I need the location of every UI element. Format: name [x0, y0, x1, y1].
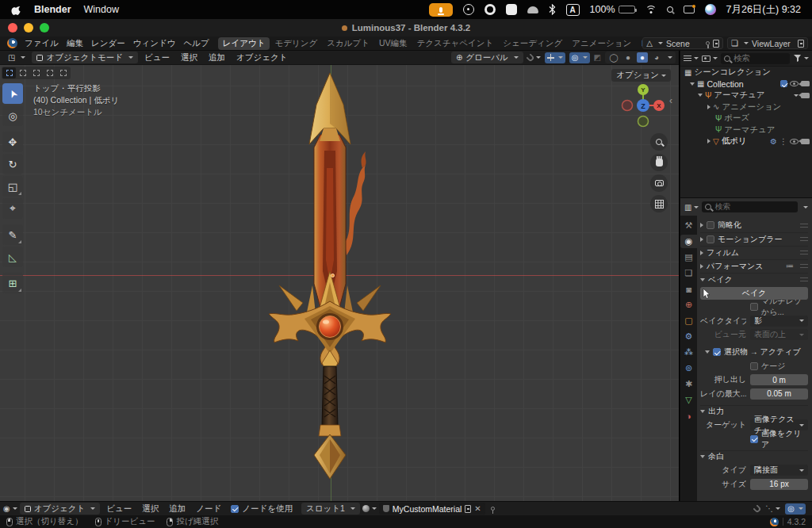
- shader-menu-add[interactable]: 追加: [165, 503, 190, 515]
- minimize-window-button[interactable]: [24, 23, 33, 33]
- menu-edit[interactable]: 編集: [63, 38, 87, 49]
- tab-view-layer[interactable]: ❏: [680, 266, 697, 280]
- new-view-layer-icon[interactable]: [798, 40, 804, 48]
- motion-blur-checkbox[interactable]: [707, 235, 714, 243]
- wifi-icon[interactable]: [645, 6, 657, 14]
- select-mode-intersect[interactable]: [56, 67, 70, 78]
- tool-add-cube[interactable]: ⊞: [2, 273, 23, 293]
- zoom-window-button[interactable]: [40, 23, 49, 33]
- margin-size-field[interactable]: 16 px: [750, 479, 808, 490]
- select-mode-subtract[interactable]: [29, 67, 43, 78]
- shading-solid-button[interactable]: ●: [622, 52, 634, 63]
- fan-status-icon[interactable]: [485, 4, 496, 15]
- tab-scene[interactable]: ◙: [680, 282, 697, 296]
- panel-performance[interactable]: パフォーマンス ≔: [700, 259, 808, 272]
- collapse-icon[interactable]: [707, 105, 710, 109]
- menu-file[interactable]: ファイル: [21, 38, 63, 49]
- tab-rendering[interactable]: レンダリング: [636, 37, 642, 50]
- viewport-menu-view[interactable]: ビュー: [140, 52, 174, 63]
- tab-particles[interactable]: ⁂: [680, 346, 697, 359]
- clear-image-checkbox[interactable]: [750, 435, 758, 443]
- bake-button[interactable]: ベイク: [700, 287, 808, 300]
- shader-menu-select[interactable]: 選択: [138, 503, 163, 515]
- tab-world[interactable]: ⊕: [680, 298, 697, 312]
- fake-user-shield-icon[interactable]: [383, 505, 389, 512]
- tool-measure[interactable]: ◺: [2, 247, 23, 267]
- gizmo-y-neg-axis[interactable]: [638, 117, 649, 127]
- camera-restrict-icon[interactable]: [801, 81, 810, 86]
- selected-to-active-checkbox[interactable]: [713, 348, 721, 356]
- outliner-row-armature-data[interactable]: Ψ アーマチュア: [680, 124, 812, 136]
- camera-restrict-icon[interactable]: [801, 93, 810, 98]
- expand-icon[interactable]: [690, 82, 695, 86]
- outliner-row-lowpoly-mesh[interactable]: ▽ 低ポリ ⚙ ⋮: [680, 136, 812, 147]
- shading-wireframe-button[interactable]: ◯: [608, 52, 619, 63]
- tab-uv-editing[interactable]: UV編集: [374, 37, 412, 50]
- outliner-row-animation[interactable]: ∿ アニメーション: [680, 101, 812, 113]
- camera-restrict-icon[interactable]: [801, 139, 810, 144]
- viewport-menu-select[interactable]: 選択: [176, 52, 202, 63]
- blender-logo-icon[interactable]: [7, 38, 17, 48]
- tab-object-data[interactable]: ▽: [680, 393, 697, 407]
- outliner-row-collection[interactable]: ▦ Collection: [680, 78, 812, 90]
- cage-checkbox[interactable]: [750, 362, 758, 370]
- unlink-close-icon[interactable]: ✕: [474, 504, 481, 513]
- options-button[interactable]: オプション: [611, 69, 671, 82]
- eye-icon[interactable]: [790, 81, 799, 86]
- siri-icon[interactable]: [705, 4, 716, 15]
- camera-view-button[interactable]: [650, 174, 668, 192]
- spotlight-search-icon[interactable]: [667, 6, 673, 13]
- viewport-menu-object[interactable]: オブジェクト: [232, 52, 292, 63]
- outliner-row-scene-collection[interactable]: ▦ シーンコレクション: [680, 67, 812, 78]
- mic-indicator-icon[interactable]: [429, 3, 453, 17]
- input-source-indicator[interactable]: A: [566, 4, 580, 16]
- outliner-row-pose[interactable]: Ψ ポーズ: [680, 113, 812, 124]
- snap-magnet-icon[interactable]: [753, 504, 762, 513]
- chevron-down-icon[interactable]: [803, 206, 808, 209]
- outliner-display-mode-button[interactable]: [684, 55, 699, 62]
- tab-render[interactable]: ◉: [680, 235, 697, 248]
- battery-indicator[interactable]: 100%: [590, 4, 635, 15]
- tab-constraints[interactable]: ✱: [680, 377, 697, 391]
- close-window-button[interactable]: [8, 23, 17, 33]
- tab-shading[interactable]: シェーディング: [498, 37, 567, 50]
- use-nodes-checkbox[interactable]: [231, 505, 239, 513]
- menu-render[interactable]: レンダー: [87, 38, 129, 49]
- transform-orientation-dropdown[interactable]: ⊕ グローバル: [451, 52, 523, 63]
- viewport-menu-add[interactable]: 追加: [204, 52, 230, 63]
- apple-logo-icon[interactable]: [11, 4, 21, 16]
- view-from-dropdown[interactable]: 表面の上: [750, 329, 808, 340]
- drag-grip-icon[interactable]: [800, 251, 808, 254]
- new-material-icon[interactable]: [465, 505, 471, 513]
- tab-modifiers[interactable]: ⚙: [680, 330, 697, 343]
- tab-object[interactable]: ▢: [680, 314, 697, 327]
- tab-sculpting[interactable]: スカルプト: [322, 37, 374, 50]
- margin-type-dropdown[interactable]: 隣接面: [750, 465, 808, 476]
- select-mode-new[interactable]: [2, 67, 16, 78]
- modifier-wrench-icon[interactable]: ⚙: [770, 137, 777, 146]
- panel-simplify[interactable]: 簡略化: [700, 219, 808, 231]
- tool-move[interactable]: ✥: [2, 132, 23, 152]
- panel-film[interactable]: フィルム: [700, 246, 808, 258]
- zoom-button[interactable]: [650, 133, 668, 151]
- from-multires-checkbox[interactable]: [750, 303, 758, 311]
- gizmos-toggle[interactable]: [545, 52, 565, 63]
- menubar-window-menu[interactable]: Window: [84, 4, 119, 15]
- drag-grip-icon[interactable]: [800, 237, 808, 241]
- max-ray-field[interactable]: 0.05 m: [750, 388, 808, 400]
- xray-toggle[interactable]: ◩: [594, 53, 601, 62]
- tab-physics[interactable]: ⊚: [680, 362, 697, 375]
- pan-button[interactable]: [650, 154, 668, 171]
- pin-icon[interactable]: [491, 507, 495, 511]
- use-nodes-toggle[interactable]: ノードを使用: [231, 503, 293, 515]
- outliner-view-layer-button[interactable]: [702, 55, 718, 62]
- shader-editor-type-button[interactable]: ◉: [3, 504, 17, 513]
- scene-selector[interactable]: △ Scene: [642, 37, 723, 49]
- line-app-icon[interactable]: [506, 4, 517, 15]
- shader-menu-node[interactable]: ノード: [192, 503, 225, 515]
- tab-material[interactable]: ◑: [680, 409, 697, 423]
- preset-icon[interactable]: ≔: [786, 262, 794, 270]
- tool-cursor[interactable]: ◎: [2, 105, 23, 126]
- properties-editor-type-button[interactable]: ▥: [684, 203, 699, 212]
- gizmo-x-neg-axis[interactable]: [622, 101, 633, 111]
